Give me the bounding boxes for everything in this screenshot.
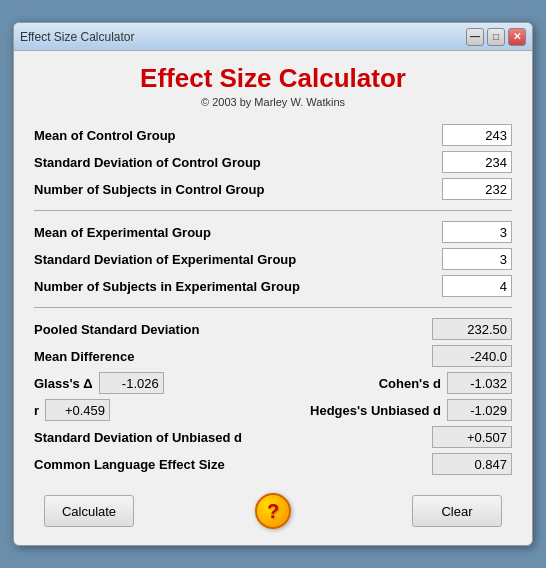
hedges-group: Hedges's Unbiased d bbox=[310, 399, 512, 421]
calculate-button[interactable]: Calculate bbox=[44, 495, 134, 527]
mean-diff-label: Mean Difference bbox=[34, 349, 134, 364]
sd-unbiased-label: Standard Deviation of Unbiased d bbox=[34, 430, 242, 445]
r-label: r bbox=[34, 403, 39, 418]
cohens-group: Cohen's d bbox=[379, 372, 512, 394]
hedges-label: Hedges's Unbiased d bbox=[310, 403, 441, 418]
r-group: r bbox=[34, 399, 110, 421]
common-lang-row: Common Language Effect Size bbox=[34, 453, 512, 475]
app-title: Effect Size Calculator bbox=[34, 63, 512, 94]
minimize-button[interactable]: — bbox=[466, 28, 484, 46]
titlebar-buttons: — □ ✕ bbox=[466, 28, 526, 46]
control-n-input[interactable] bbox=[442, 178, 512, 200]
control-n-label: Number of Subjects in Control Group bbox=[34, 182, 264, 197]
exp-n-input[interactable] bbox=[442, 275, 512, 297]
app-content: Effect Size Calculator © 2003 by Marley … bbox=[14, 51, 532, 545]
main-window: Effect Size Calculator — □ ✕ Effect Size… bbox=[13, 22, 533, 546]
exp-sd-row: Standard Deviation of Experimental Group bbox=[34, 248, 512, 270]
pooled-sd-row: Pooled Standard Deviation bbox=[34, 318, 512, 340]
help-button[interactable]: ? bbox=[255, 493, 291, 529]
glass-value bbox=[99, 372, 164, 394]
exp-mean-row: Mean of Experimental Group bbox=[34, 221, 512, 243]
control-mean-row: Mean of Control Group bbox=[34, 124, 512, 146]
exp-sd-input[interactable] bbox=[442, 248, 512, 270]
sd-unbiased-row: Standard Deviation of Unbiased d bbox=[34, 426, 512, 448]
titlebar: Effect Size Calculator — □ ✕ bbox=[14, 23, 532, 51]
r-value bbox=[45, 399, 110, 421]
cohens-d-value bbox=[447, 372, 512, 394]
app-subtitle: © 2003 by Marley W. Watkins bbox=[34, 96, 512, 108]
common-lang-value bbox=[432, 453, 512, 475]
maximize-button[interactable]: □ bbox=[487, 28, 505, 46]
cohens-d-label: Cohen's d bbox=[379, 376, 441, 391]
exp-n-row: Number of Subjects in Experimental Group bbox=[34, 275, 512, 297]
divider-2 bbox=[34, 307, 512, 308]
mean-diff-row: Mean Difference bbox=[34, 345, 512, 367]
exp-sd-label: Standard Deviation of Experimental Group bbox=[34, 252, 296, 267]
hedges-value bbox=[447, 399, 512, 421]
clear-button[interactable]: Clear bbox=[412, 495, 502, 527]
help-icon-label: ? bbox=[267, 500, 279, 523]
sd-unbiased-value bbox=[432, 426, 512, 448]
control-mean-input[interactable] bbox=[442, 124, 512, 146]
glass-group: Glass's Δ bbox=[34, 372, 164, 394]
exp-mean-label: Mean of Experimental Group bbox=[34, 225, 211, 240]
mean-diff-value bbox=[432, 345, 512, 367]
control-sd-input[interactable] bbox=[442, 151, 512, 173]
pooled-sd-label: Pooled Standard Deviation bbox=[34, 322, 199, 337]
titlebar-label: Effect Size Calculator bbox=[20, 30, 135, 44]
control-mean-label: Mean of Control Group bbox=[34, 128, 176, 143]
control-sd-row: Standard Deviation of Control Group bbox=[34, 151, 512, 173]
exp-n-label: Number of Subjects in Experimental Group bbox=[34, 279, 300, 294]
divider-1 bbox=[34, 210, 512, 211]
control-sd-label: Standard Deviation of Control Group bbox=[34, 155, 261, 170]
r-hedges-row: r Hedges's Unbiased d bbox=[34, 399, 512, 421]
close-button[interactable]: ✕ bbox=[508, 28, 526, 46]
control-group-section: Mean of Control Group Standard Deviation… bbox=[34, 124, 512, 200]
results-section: Pooled Standard Deviation Mean Differenc… bbox=[34, 318, 512, 475]
pooled-sd-value bbox=[432, 318, 512, 340]
glass-label: Glass's Δ bbox=[34, 376, 93, 391]
control-n-row: Number of Subjects in Control Group bbox=[34, 178, 512, 200]
glass-cohens-row: Glass's Δ Cohen's d bbox=[34, 372, 512, 394]
common-lang-label: Common Language Effect Size bbox=[34, 457, 225, 472]
experimental-group-section: Mean of Experimental Group Standard Devi… bbox=[34, 221, 512, 297]
exp-mean-input[interactable] bbox=[442, 221, 512, 243]
button-row: Calculate ? Clear bbox=[34, 493, 512, 529]
